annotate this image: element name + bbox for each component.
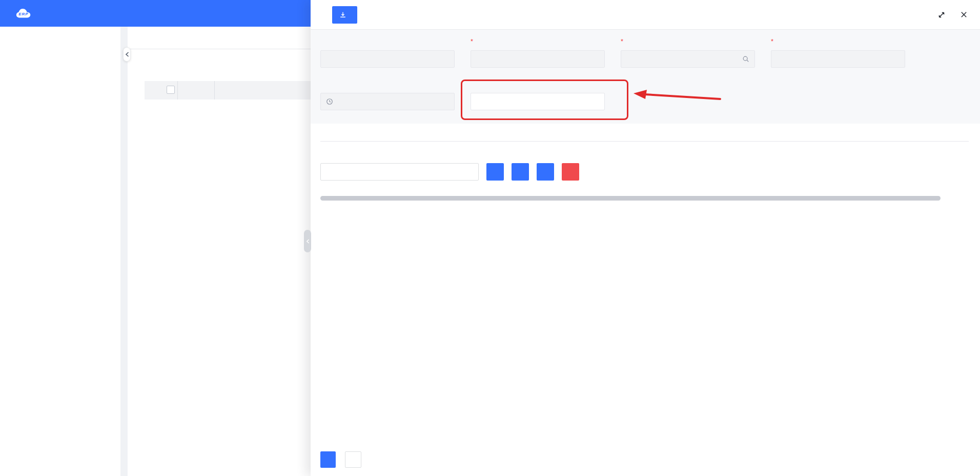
export-detail-button[interactable]: [332, 6, 357, 24]
required-asterisk: *: [771, 37, 773, 45]
drawer-footer: [320, 451, 361, 468]
sidebar: [0, 27, 120, 476]
cloud-erp-logo-icon: ERP: [15, 8, 33, 19]
detail-toolbar: [320, 163, 980, 181]
panel-collapse-handle[interactable]: [123, 47, 131, 62]
remark-input[interactable]: [471, 93, 605, 110]
add-material-button[interactable]: [486, 163, 504, 181]
check-type-field: *: [771, 37, 905, 68]
select-all-checkbox[interactable]: [167, 86, 175, 94]
clock-icon: [326, 98, 333, 105]
inventory-detail-section: [311, 132, 980, 201]
manager-field: *: [471, 37, 605, 68]
fill-all-count-button[interactable]: [537, 163, 554, 181]
import-button[interactable]: [512, 163, 529, 181]
check-type-input[interactable]: [771, 50, 905, 68]
expand-icon[interactable]: [937, 11, 946, 19]
drawer-titlebar: [311, 0, 980, 30]
inventory-form: * * *: [311, 30, 980, 124]
manager-input[interactable]: [471, 50, 605, 68]
select-all-header: [145, 81, 177, 100]
drawer-window-controls: [937, 11, 968, 19]
horizontal-scrollbar[interactable]: [320, 196, 941, 201]
order-no-field: [320, 37, 455, 68]
warehouse-tabs: [320, 132, 969, 142]
required-asterisk: *: [471, 37, 473, 45]
order-no-input[interactable]: [320, 50, 455, 68]
remark-field: [471, 80, 605, 110]
search-icon: [742, 55, 749, 63]
clear-all-material-button[interactable]: [562, 163, 579, 181]
close-icon[interactable]: [960, 11, 968, 18]
save-draft-button[interactable]: [345, 451, 361, 468]
app-logo[interactable]: ERP: [15, 8, 37, 19]
lock-time-input[interactable]: [320, 93, 455, 110]
warehouse-field: *: [621, 37, 755, 68]
drawer-edge-handle[interactable]: [304, 230, 311, 252]
seq-column-header: [177, 81, 214, 100]
required-asterisk: *: [621, 37, 623, 45]
finish-check-button[interactable]: [320, 451, 336, 468]
svg-text:ERP: ERP: [18, 12, 28, 16]
lock-time-field: [320, 80, 455, 110]
download-icon: [339, 11, 346, 18]
material-filter-input[interactable]: [320, 163, 479, 181]
warehouse-input[interactable]: [621, 50, 755, 68]
inventory-entry-drawer: * * *: [311, 0, 980, 476]
